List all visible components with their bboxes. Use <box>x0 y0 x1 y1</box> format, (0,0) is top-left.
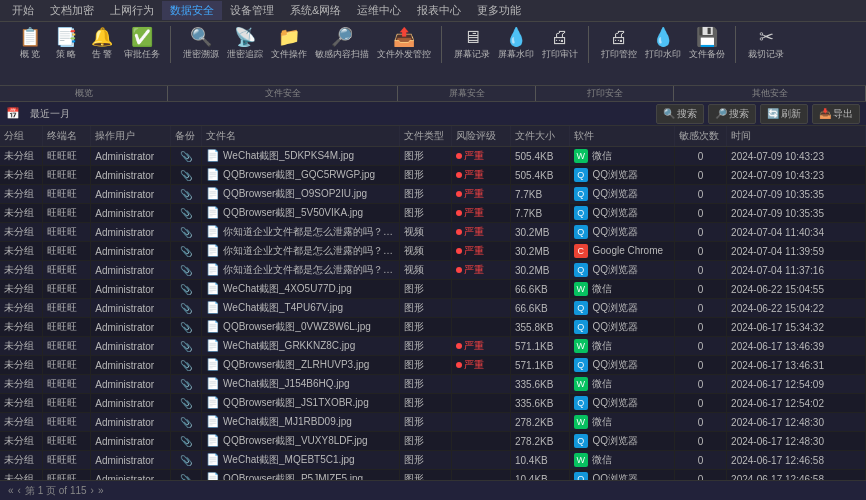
table-row[interactable]: 未分组 旺旺旺 Administrator 📎 📄 WeChat截图_GRKKN… <box>0 337 866 356</box>
table-row[interactable]: 未分组 旺旺旺 Administrator 📎 📄 WeChat截图_J154B… <box>0 375 866 394</box>
leakfollow-label: 泄密追踪 <box>227 48 263 61</box>
export-button[interactable]: 📥 导出 <box>812 104 860 124</box>
toolbar-btn-alert[interactable]: 🔔 告 警 <box>84 26 120 63</box>
col-header-filetype[interactable]: 文件类型 <box>399 126 451 147</box>
table-row[interactable]: 未分组 旺旺旺 Administrator 📎 📄 WeChat截图_4XO5U… <box>0 280 866 299</box>
toolbar-btn-printaudit[interactable]: 🖨 打印审计 <box>538 26 582 63</box>
cell-backup: 📎 <box>171 337 202 356</box>
nav-item-start[interactable]: 开始 <box>4 1 42 20</box>
software-name: Google Chrome <box>592 245 663 256</box>
fileoperation-icon: 📁 <box>278 28 300 46</box>
advanced-search-button[interactable]: 🔎 搜索 <box>708 104 756 124</box>
nav-item-web[interactable]: 上网行为 <box>102 1 162 20</box>
table-row[interactable]: 未分组 旺旺旺 Administrator 📎 📄 WeChat截图_5DKPK… <box>0 147 866 166</box>
toolbar-btn-overview[interactable]: 📋 概 览 <box>12 26 48 63</box>
last-page-btn[interactable]: » <box>98 485 104 496</box>
date-filter-button[interactable]: 最近一月 <box>24 105 76 123</box>
cell-size: 66.6KB <box>510 280 569 299</box>
col-header-backup[interactable]: 备份 <box>171 126 202 147</box>
table-row[interactable]: 未分组 旺旺旺 Administrator 📎 📄 QQBrowser截图_O9… <box>0 185 866 204</box>
table-row[interactable]: 未分组 旺旺旺 Administrator 📎 📄 你知道企业文件都是怎么泄露的… <box>0 261 866 280</box>
software-name: 微信 <box>592 150 612 161</box>
col-header-software[interactable]: 软件 <box>569 126 674 147</box>
nav-item-docencrypt[interactable]: 文档加密 <box>42 1 102 20</box>
table-row[interactable]: 未分组 旺旺旺 Administrator 📎 📄 你知道企业文件都是怎么泄露的… <box>0 223 866 242</box>
toolbar-btn-fileout[interactable]: 📤 文件外发管控 <box>373 26 435 63</box>
col-header-user[interactable]: 操作用户 <box>91 126 171 147</box>
section-label-othersec: 其他安全 <box>674 86 866 101</box>
cell-time: 2024-06-22 15:04:55 <box>727 280 866 299</box>
toolbar-btn-approval[interactable]: ✅ 审批任务 <box>120 26 164 63</box>
nav-item-ops[interactable]: 运维中心 <box>349 1 409 20</box>
printcontrol-label: 打印管控 <box>601 48 637 61</box>
nav-item-sysnet[interactable]: 系统&网络 <box>282 1 349 20</box>
risk-badge: 严重 <box>456 225 506 239</box>
filename-text: WeChat截图_5DKPKS4M.jpg <box>223 150 354 161</box>
col-header-sensitivity[interactable]: 敏感次数 <box>674 126 726 147</box>
toolbar-btn-screenrecord[interactable]: 🖥 屏幕记录 <box>450 26 494 63</box>
risk-indicator <box>456 191 462 197</box>
table-row[interactable]: 未分组 旺旺旺 Administrator 📎 📄 WeChat截图_MQEBT… <box>0 451 866 470</box>
nav-item-datasec[interactable]: 数据安全 <box>162 1 222 20</box>
cell-sensitivity: 0 <box>674 432 726 451</box>
toolbar-btn-croprecord[interactable]: ✂ 裁切记录 <box>744 26 788 63</box>
nav-item-report[interactable]: 报表中心 <box>409 1 469 20</box>
toolbar-btn-policy[interactable]: 📑 策 略 <box>48 26 84 63</box>
toolbar-btn-leaktrack[interactable]: 🔍 泄密溯源 <box>179 26 223 63</box>
toolbar-btn-leakfollow[interactable]: 📡 泄密追踪 <box>223 26 267 63</box>
screenrecord-icon: 🖥 <box>463 28 481 46</box>
table-row[interactable]: 未分组 旺旺旺 Administrator 📎 📄 QQBrowser截图_ZL… <box>0 356 866 375</box>
cell-sensitivity: 0 <box>674 261 726 280</box>
col-header-risk[interactable]: 风险评级 <box>452 126 511 147</box>
toolbar-btn-fileoperation[interactable]: 📁 文件操作 <box>267 26 311 63</box>
software-name: QQ浏览器 <box>592 473 638 480</box>
toolbar-btn-filebackup[interactable]: 💾 文件备份 <box>685 26 729 63</box>
table-row[interactable]: 未分组 旺旺旺 Administrator 📎 📄 QQBrowser截图_P5… <box>0 470 866 481</box>
cell-sensitivity: 0 <box>674 470 726 481</box>
table-row[interactable]: 未分组 旺旺旺 Administrator 📎 📄 QQBrowser截图_0V… <box>0 318 866 337</box>
col-header-filename[interactable]: 文件名 <box>202 126 400 147</box>
cell-size: 335.6KB <box>510 394 569 413</box>
toolbar-btn-contentscan[interactable]: 🔎 敏感内容扫描 <box>311 26 373 63</box>
risk-indicator <box>456 229 462 235</box>
nav-item-more[interactable]: 更多功能 <box>469 1 529 20</box>
cell-time: 2024-06-17 12:46:58 <box>727 451 866 470</box>
search-button[interactable]: 🔍 搜索 <box>656 104 704 124</box>
cell-size: 278.2KB <box>510 432 569 451</box>
prev-page-btn[interactable]: ‹ <box>18 485 21 496</box>
software-name: QQ浏览器 <box>592 169 638 180</box>
cell-filename: 📄 WeChat截图_MJ1RBD09.jpg <box>202 413 400 432</box>
file-icon: 📄 <box>206 263 220 275</box>
toolbar-btn-printcontrol[interactable]: 🖨 打印管控 <box>597 26 641 63</box>
table-row[interactable]: 未分组 旺旺旺 Administrator 📎 📄 你知道企业文件都是怎么泄露的… <box>0 242 866 261</box>
section-label-printsec: 打印安全 <box>536 86 674 101</box>
table-row[interactable]: 未分组 旺旺旺 Administrator 📎 📄 QQBrowser截图_JS… <box>0 394 866 413</box>
toolbar-btn-printwatermark[interactable]: 💧 打印水印 <box>641 26 685 63</box>
cell-risk: 严重 <box>452 261 511 280</box>
table-row[interactable]: 未分组 旺旺旺 Administrator 📎 📄 WeChat截图_T4PU6… <box>0 299 866 318</box>
col-header-group[interactable]: 分组 <box>0 126 43 147</box>
cell-time: 2024-06-17 12:46:58 <box>727 470 866 481</box>
section-label-filesec: 文件安全 <box>168 86 398 101</box>
software-name: QQ浏览器 <box>592 359 638 370</box>
table-row[interactable]: 未分组 旺旺旺 Administrator 📎 📄 QQBrowser截图_VU… <box>0 432 866 451</box>
cell-software: W 微信 <box>569 451 674 470</box>
filename-text: QQBrowser截图_P5JMIZF5.jpg <box>223 473 363 480</box>
cell-backup: 📎 <box>171 375 202 394</box>
data-table-container[interactable]: 分组 终端名 操作用户 备份 文件名 文件类型 风险评级 文件大小 软件 敏感次… <box>0 126 866 480</box>
first-page-btn[interactable]: « <box>8 485 14 496</box>
toolbar-btn-screenwatermark[interactable]: 💧 屏幕水印 <box>494 26 538 63</box>
nav-item-device[interactable]: 设备管理 <box>222 1 282 20</box>
next-page-btn[interactable]: › <box>91 485 94 496</box>
col-header-terminal[interactable]: 终端名 <box>43 126 91 147</box>
table-row[interactable]: 未分组 旺旺旺 Administrator 📎 📄 QQBrowser截图_GQ… <box>0 166 866 185</box>
cell-terminal: 旺旺旺 <box>43 242 91 261</box>
col-header-time[interactable]: 时间 <box>727 126 866 147</box>
cell-filetype: 视频 <box>399 242 451 261</box>
table-row[interactable]: 未分组 旺旺旺 Administrator 📎 📄 WeChat截图_MJ1RB… <box>0 413 866 432</box>
refresh-button[interactable]: 🔄 刷新 <box>760 104 808 124</box>
col-header-size[interactable]: 文件大小 <box>510 126 569 147</box>
filename-text: QQBrowser截图_0VWZ8W6L.jpg <box>223 321 371 332</box>
table-row[interactable]: 未分组 旺旺旺 Administrator 📎 📄 QQBrowser截图_5V… <box>0 204 866 223</box>
printaudit-label: 打印审计 <box>542 48 578 61</box>
